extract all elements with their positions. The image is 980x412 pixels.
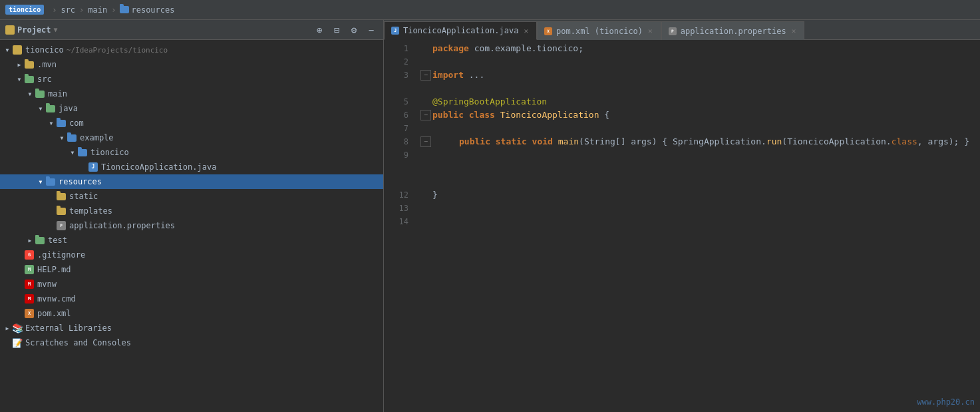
line-numbers: 1 2 3 5 6 7 8 9 12 13 14 bbox=[384, 40, 414, 412]
tab-close-java[interactable]: ✕ bbox=[522, 27, 530, 35]
tree-label-test: test bbox=[48, 236, 67, 245]
tree-arrow-com bbox=[47, 118, 56, 128]
tab-application-properties[interactable]: P application.properties ✕ bbox=[661, 21, 805, 40]
tree-label-templates: templates bbox=[69, 206, 112, 216]
tree-icon-mvnw-cmd: M bbox=[24, 294, 35, 304]
breadcrumb-src[interactable]: src bbox=[61, 5, 75, 15]
tab-icon-java: J bbox=[391, 27, 399, 35]
tree-item-test[interactable]: test bbox=[0, 233, 383, 248]
tree-item-main[interactable]: main bbox=[0, 87, 383, 101]
tab-close-pom[interactable]: ✕ bbox=[647, 27, 654, 35]
globe-button[interactable]: ⊕ bbox=[313, 23, 326, 37]
tree-label-com: com bbox=[69, 118, 84, 128]
tree-icon-mvnw: M bbox=[24, 279, 35, 290]
tree-icon-java bbox=[45, 103, 56, 114]
tree-item-mvnw-cmd[interactable]: M mvnw.cmd bbox=[0, 292, 383, 306]
dropdown-icon[interactable]: ▼ bbox=[54, 26, 58, 33]
tree-label-pom-xml: pom.xml bbox=[37, 309, 71, 318]
tab-bar: J TioncicoApplication.java ✕ X pom.xml (… bbox=[384, 20, 980, 40]
resources-folder-icon bbox=[120, 6, 129, 13]
tree-item-application-properties[interactable]: P application.properties bbox=[0, 218, 383, 233]
code-line-14 bbox=[420, 202, 980, 215]
tree-arrow-example bbox=[57, 133, 67, 142]
tree-item-tioncico[interactable]: tioncico ~/IdeaProjects/tioncico bbox=[0, 43, 383, 57]
tree-item-pom-xml[interactable]: X pom.xml bbox=[0, 306, 383, 321]
tree-item-gitignore[interactable]: G .gitignore bbox=[0, 248, 383, 262]
breadcrumb-sep1: › bbox=[52, 5, 57, 15]
tab-close-props[interactable]: ✕ bbox=[790, 27, 798, 35]
tree-icon-gitignore: G bbox=[24, 250, 35, 260]
tree-label-mvnw-cmd: mvnw.cmd bbox=[37, 294, 76, 304]
code-line-8 bbox=[420, 122, 980, 135]
tree-icon-test bbox=[35, 235, 45, 246]
project-panel: Project ▼ ⊕ ⊟ ⚙ − tioncico ~/IdeaProject… bbox=[0, 20, 384, 412]
breadcrumb-main[interactable]: main bbox=[88, 5, 107, 15]
tree-label-resources: resources bbox=[59, 177, 102, 186]
code-area[interactable]: package com.example.tioncico; − import .… bbox=[414, 40, 980, 412]
tree-item-mvnw[interactable]: M mvnw bbox=[0, 277, 383, 292]
project-header-right: ⊕ ⊟ ⚙ − bbox=[313, 23, 378, 37]
tree-item-ext-libs[interactable]: 📚 External Libraries bbox=[0, 321, 383, 335]
tree-item-mvn[interactable]: .mvn bbox=[0, 57, 383, 72]
tree-item-src[interactable]: src bbox=[0, 72, 383, 87]
tree-icon-scratches: 📝 bbox=[12, 337, 23, 348]
top-bar: tioncico › src › main › resources bbox=[0, 0, 980, 20]
tree-icon-help-md: M bbox=[24, 264, 35, 275]
tree-label-static: static bbox=[69, 192, 98, 201]
tree-item-com[interactable]: com bbox=[0, 116, 383, 130]
tree-label-example: example bbox=[80, 133, 114, 142]
tab-label-props: application.properties bbox=[681, 27, 786, 36]
tree-item-tioncico-pkg[interactable]: tioncico bbox=[0, 145, 383, 160]
tree-arrow-src bbox=[15, 75, 24, 84]
tree-icon-templates bbox=[56, 206, 67, 216]
fold-class[interactable]: − bbox=[420, 110, 431, 120]
tab-icon-props: P bbox=[669, 27, 677, 35]
tree-icon-TioncicoApplication: J bbox=[88, 162, 98, 172]
tree-label-gitignore: .gitignore bbox=[37, 250, 85, 260]
project-header: Project ▼ ⊕ ⊟ ⚙ − bbox=[0, 20, 383, 40]
breadcrumb-resources[interactable]: resources bbox=[120, 5, 174, 15]
tab-label-java: TioncicoApplication.java bbox=[403, 26, 518, 35]
fold-method[interactable]: − bbox=[420, 136, 431, 147]
tab-pom-xml[interactable]: X pom.xml (tioncico) ✕ bbox=[537, 21, 661, 40]
tree-item-example[interactable]: example bbox=[0, 130, 383, 145]
project-tree: tioncico ~/IdeaProjects/tioncico .mvn sr… bbox=[0, 40, 383, 412]
project-header-left: Project ▼ bbox=[5, 25, 58, 35]
tree-arrow-mvn bbox=[15, 60, 24, 69]
tree-icon-example bbox=[67, 132, 77, 143]
tree-item-templates[interactable]: templates bbox=[0, 204, 383, 218]
tree-item-TioncicoApplication[interactable]: J TioncicoApplication.java bbox=[0, 160, 383, 174]
tree-icon-tioncico-pkg bbox=[77, 147, 88, 158]
tree-item-static[interactable]: static bbox=[0, 189, 383, 204]
tree-label-src: src bbox=[37, 75, 52, 84]
tree-label-mvnw: mvnw bbox=[37, 280, 57, 289]
minimize-button[interactable]: − bbox=[365, 23, 378, 37]
tree-icon-pom-xml: X bbox=[24, 308, 35, 319]
code-line-2 bbox=[420, 55, 980, 69]
tree-item-help-md[interactable]: M HELP.md bbox=[0, 262, 383, 277]
code-line-7: − public class TioncicoApplication { bbox=[420, 108, 980, 122]
code-line-1: package com.example.tioncico; bbox=[420, 42, 980, 55]
tab-icon-xml: X bbox=[544, 27, 552, 35]
editor-area: J TioncicoApplication.java ✕ X pom.xml (… bbox=[384, 20, 980, 412]
code-line-5 bbox=[420, 82, 980, 95]
fold-import[interactable]: − bbox=[420, 70, 431, 81]
layout-button[interactable]: ⊟ bbox=[330, 23, 343, 37]
code-line-9: − public static void main(String[] args)… bbox=[420, 135, 980, 148]
tree-icon-mvn bbox=[24, 59, 35, 70]
editor-content: 1 2 3 5 6 7 8 9 12 13 14 package bbox=[384, 40, 980, 412]
tree-arrow-tioncico bbox=[3, 45, 12, 55]
tree-item-java[interactable]: java bbox=[0, 101, 383, 116]
tree-item-resources[interactable]: resources bbox=[0, 174, 383, 189]
tree-label-mvn: .mvn bbox=[37, 60, 57, 69]
tab-tioncico-java[interactable]: J TioncicoApplication.java ✕ bbox=[384, 21, 537, 40]
tree-item-scratches[interactable]: 📝 Scratches and Consoles bbox=[0, 335, 383, 350]
code-line-6: @SpringBootApplication bbox=[420, 95, 980, 108]
tree-label-tioncico: tioncico bbox=[25, 45, 64, 55]
tree-arrow-main bbox=[25, 89, 35, 99]
tree-label-main: main bbox=[48, 89, 67, 99]
tree-icon-com bbox=[56, 118, 67, 128]
tree-label-tioncico-pkg: tioncico bbox=[90, 148, 129, 157]
tree-label-ext-libs: External Libraries bbox=[25, 323, 112, 333]
settings-button[interactable]: ⚙ bbox=[347, 23, 361, 37]
